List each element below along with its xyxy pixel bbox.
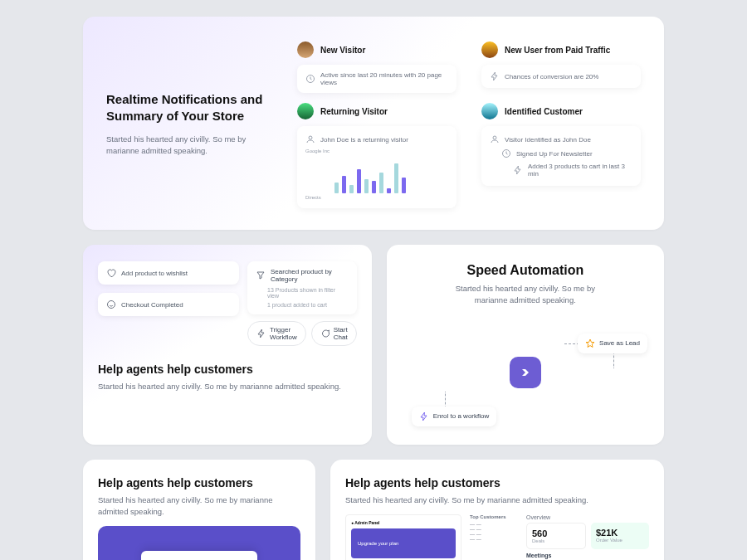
avatar	[481, 103, 498, 119]
speed-diagram: Save as Lead Enrol to a workflow	[403, 319, 647, 426]
person-icon	[490, 134, 500, 144]
avatar	[297, 41, 314, 58]
chat-icon	[320, 329, 330, 338]
info-text: Signed Up For Newsletter	[516, 150, 593, 158]
dash-customers: Top Customers — —— —— —— —	[470, 514, 520, 560]
visitor-paid: New User from Paid Traffic Chances of co…	[481, 41, 641, 93]
bottom-title: Help agents help customers	[345, 476, 649, 489]
avatar	[481, 41, 498, 58]
chip-label: Checkout Completed	[121, 301, 183, 309]
chip-label: Add product to wishlist	[121, 270, 188, 277]
dash-left-panel: ● Admin Panel Upgrade your plan Daily Vi…	[345, 514, 461, 560]
info-text: John Doe is a returning visitor	[320, 136, 408, 144]
visitor-identified: Identified Customer Visitor Identified a…	[481, 103, 641, 208]
save-lead-chip[interactable]: Save as Lead	[578, 334, 647, 353]
clock-icon	[501, 149, 511, 158]
clock-icon	[305, 74, 315, 84]
heart-icon	[106, 268, 116, 278]
bottom-card-2: Help agents help customers Started his h…	[330, 460, 664, 561]
search-sub: 1 product added to cart	[256, 302, 349, 308]
info-text: Added 3 products to cart in last 3 min	[528, 163, 632, 178]
enrol-workflow-chip[interactable]: Enrol to a workflow	[412, 407, 497, 426]
agents-subtitle: Started his hearted any civilly. So me b…	[98, 381, 357, 392]
search-panel: Searched product by Category 13 Products…	[247, 261, 357, 314]
agents-card: Add product to wishlist Checkout Complet…	[83, 245, 372, 445]
chart-label: Google Inc	[305, 149, 448, 153]
svg-point-2	[493, 136, 496, 139]
visitor-new: New Visitor Active since last 20 minutes…	[297, 41, 456, 93]
visitor-title: Returning Visitor	[320, 107, 388, 116]
search-sub: 13 Products shown in filter view	[256, 287, 349, 299]
overview-label: Overview	[526, 514, 649, 520]
stat-order-value: $21KOrder Value	[591, 523, 649, 549]
visitor-title: Identified Customer	[505, 107, 583, 116]
mini-bar-chart	[305, 158, 448, 193]
hero-subtitle: Started his hearted any civilly. So me b…	[106, 134, 272, 158]
speed-title: Speed Automation	[403, 263, 647, 278]
bolt-icon	[513, 165, 523, 175]
bolt-icon	[256, 329, 266, 338]
checkout-chip[interactable]: Checkout Completed	[98, 293, 239, 316]
chart-label: Directs	[305, 195, 321, 200]
hero-text: Realtime Notifications and Summary of Yo…	[106, 41, 272, 208]
bottom-card-1: Help agents help customers Started his h…	[83, 460, 315, 561]
visitor-info: John Doe is a returning visitor Google I…	[297, 126, 456, 208]
meetings-label: Meetings	[526, 553, 649, 558]
chip-label: Save as Lead	[599, 339, 640, 347]
visitor-info: Chances of conversion are 20%	[481, 65, 641, 88]
info-text: Visitor Identified as John Doe	[505, 136, 591, 144]
hero-card: Realtime Notifications and Summary of Yo…	[83, 17, 664, 230]
avatar	[297, 103, 314, 119]
trigger-workflow-button[interactable]: Trigger Workflow	[247, 321, 306, 346]
visitor-title: New Visitor	[320, 46, 365, 55]
dashboard-preview: ● Admin Panel Upgrade your plan Daily Vi…	[345, 514, 649, 560]
dash-stats: Overview 560Deals $21KOrder Value Meetin…	[526, 514, 649, 560]
stat-deals: 560Deals	[526, 523, 586, 549]
person-icon	[305, 134, 315, 144]
wishlist-chip[interactable]: Add product to wishlist	[98, 261, 239, 285]
start-chat-button[interactable]: Start Chat	[311, 321, 357, 346]
hero-title: Realtime Notifications and Summary of Yo…	[106, 91, 272, 125]
hero-grid: New Visitor Active since last 20 minutes…	[297, 41, 641, 208]
speed-subtitle: Started his hearted any civilly. So me b…	[451, 283, 600, 307]
visitor-returning: Returning Visitor John Doe is a returnin…	[297, 103, 456, 208]
agents-title: Help agents help customers	[98, 363, 357, 376]
visitor-info: Visitor Identified as John Doe Signed Up…	[481, 126, 641, 186]
speed-logo	[510, 357, 541, 388]
info-text: Active since last 20 minutes with 20 pag…	[320, 71, 448, 86]
filter-icon	[256, 270, 266, 280]
chip-label: Enrol to a workflow	[433, 412, 490, 420]
btn-label: Start Chat	[334, 326, 348, 341]
bottom-subtitle: Started his hearted any civilly. So me b…	[98, 494, 300, 519]
search-title: Searched product by Category	[271, 268, 349, 283]
visitor-info: Active since last 20 minutes with 20 pag…	[297, 65, 456, 93]
upgrade-banner: Upgrade your plan	[351, 528, 456, 558]
info-text: Chances of conversion are 20%	[505, 73, 598, 80]
bottom-title: Help agents help customers	[98, 476, 300, 489]
svg-point-4	[108, 301, 115, 309]
visitor-title: New User from Paid Traffic	[505, 46, 610, 55]
speed-card: Speed Automation Started his hearted any…	[387, 245, 664, 445]
bolt-icon	[490, 71, 500, 81]
smile-icon	[106, 299, 116, 309]
btn-label: Trigger Workflow	[270, 326, 297, 341]
bottom-subtitle: Started his hearted any civilly. So me b…	[345, 494, 649, 506]
star-icon	[585, 338, 595, 348]
stack-illustration	[98, 526, 300, 560]
svg-point-1	[309, 136, 312, 139]
bolt-icon	[419, 411, 429, 421]
